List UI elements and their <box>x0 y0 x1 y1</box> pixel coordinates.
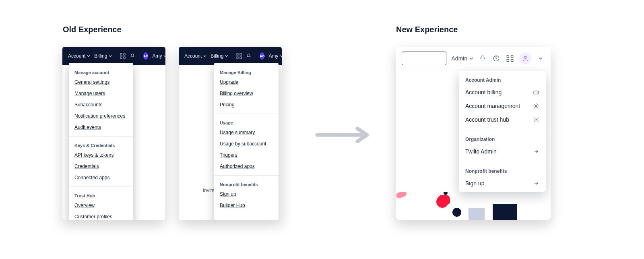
dropdown-section-title: Keys & Credentials <box>69 140 133 149</box>
user-menu[interactable]: Amy <box>268 53 282 59</box>
avatar[interactable]: AO <box>260 52 264 60</box>
menu-item[interactable]: Overview <box>69 200 133 211</box>
section-title-old: Old Experience <box>63 25 122 34</box>
menu-item-account-trust-hub[interactable]: Account trust hub <box>459 113 546 126</box>
menu-item[interactable]: Credentials <box>69 161 133 172</box>
dropdown-section-title: Manage account <box>69 67 133 77</box>
menu-item[interactable]: General settings <box>69 77 133 88</box>
nav-billing-label: Billing <box>94 53 107 59</box>
menu-item[interactable]: Connected apps <box>69 172 133 183</box>
svg-rect-5 <box>240 54 242 55</box>
svg-point-10 <box>496 60 497 60</box>
svg-rect-14 <box>511 59 513 61</box>
bell-icon[interactable] <box>478 54 487 63</box>
chevron-down-icon <box>280 54 282 58</box>
menu-item-sign-up[interactable]: Sign up <box>459 176 546 190</box>
section-title-new: New Experience <box>396 25 458 34</box>
divider <box>459 161 546 161</box>
menu-item-label: Sign up <box>465 180 484 186</box>
new-topbar: Admin <box>396 47 551 70</box>
svg-rect-7 <box>240 57 242 58</box>
nav-billing[interactable]: Billing <box>94 53 112 59</box>
menu-item-twilio-admin[interactable]: Twilio Admin <box>459 145 546 158</box>
svg-point-17 <box>537 92 538 93</box>
menu-item-label: Account management <box>465 103 520 109</box>
dropdown-section-title: Manage Billing <box>214 67 279 77</box>
gear-icon <box>533 103 539 109</box>
menu-item-label: Twilio Admin <box>465 148 497 155</box>
menu-item[interactable]: Upgrade <box>214 77 279 88</box>
menu-item[interactable]: Audit events <box>69 122 133 133</box>
help-icon[interactable] <box>492 54 501 63</box>
user-menu[interactable]: Amy <box>152 53 165 59</box>
chevron-down-icon <box>225 54 228 58</box>
menu-item[interactable]: Customer profiles <box>69 211 133 220</box>
nav-account[interactable]: Account <box>184 53 206 59</box>
menu-item[interactable]: Billing overview <box>214 88 279 99</box>
nav-admin[interactable]: Admin <box>451 55 473 62</box>
svg-rect-4 <box>237 54 238 55</box>
divider <box>459 129 546 129</box>
dropdown-section-title: Nonprofit benefits <box>214 179 279 189</box>
avatar[interactable]: AO <box>143 52 148 60</box>
decorative-illustration <box>396 192 551 220</box>
divider <box>214 175 279 176</box>
dropdown-section-title: Nonprofit benefits <box>459 164 546 176</box>
svg-rect-6 <box>237 57 238 58</box>
svg-rect-11 <box>507 55 509 57</box>
new-panel: Admin Account Admin Account billing Acco… <box>396 47 551 220</box>
nav-billing[interactable]: Billing <box>211 53 228 59</box>
user-avatar-button[interactable] <box>519 52 531 64</box>
apps-grid-icon[interactable] <box>506 54 514 63</box>
nav-admin-label: Admin <box>451 55 467 62</box>
menu-item[interactable]: Usage summary <box>214 127 279 138</box>
menu-item-account-billing[interactable]: Account billing <box>459 85 546 99</box>
menu-item-account-management[interactable]: Account management <box>459 99 546 113</box>
svg-rect-3 <box>124 57 125 58</box>
menu-item-label: Account trust hub <box>465 116 509 123</box>
apps-grid-icon[interactable] <box>236 52 242 60</box>
menu-item[interactable]: API keys & tokens <box>69 149 133 161</box>
old-panel-billing: Account Billing AO Amy Invite Manage Bil… <box>179 47 282 220</box>
svg-rect-12 <box>511 55 513 57</box>
menu-item[interactable]: Builder Hub <box>214 200 279 211</box>
billing-dropdown: Manage Billing Upgrade Billing overview … <box>214 63 279 220</box>
user-name: Amy <box>268 53 278 59</box>
chevron-down-icon <box>163 54 165 58</box>
dropdown-section-title: Organization <box>459 132 546 145</box>
menu-item[interactable]: Triggers <box>214 149 279 161</box>
arrow-right-icon <box>533 180 539 186</box>
menu-item[interactable]: Notification preferences <box>69 110 133 122</box>
menu-item[interactable]: Subaccounts <box>69 99 133 110</box>
chevron-down-icon <box>203 54 206 58</box>
menu-item[interactable]: Pricing <box>214 99 279 110</box>
billing-icon <box>533 89 539 95</box>
menu-item[interactable]: Usage by subaccount <box>214 138 279 149</box>
svg-rect-1 <box>124 54 125 55</box>
divider <box>214 114 279 114</box>
divider <box>69 136 133 137</box>
chevron-down-icon <box>469 56 473 60</box>
apps-grid-icon[interactable] <box>120 52 126 60</box>
arrow-right-icon <box>533 148 539 155</box>
search-input[interactable] <box>402 52 446 65</box>
svg-rect-2 <box>120 57 122 58</box>
bell-icon[interactable] <box>246 52 252 60</box>
menu-item[interactable]: Authorized apps <box>214 161 279 172</box>
bell-icon[interactable] <box>130 52 135 60</box>
chevron-down-icon[interactable] <box>536 54 545 63</box>
background-text-invite: Invite <box>203 188 215 193</box>
nav-account[interactable]: Account <box>68 53 90 59</box>
user-name: Amy <box>152 53 162 59</box>
nav-billing-label: Billing <box>211 53 223 59</box>
menu-item[interactable]: Manage users <box>69 88 133 99</box>
menu-item-label: Account billing <box>465 89 502 95</box>
chevron-down-icon <box>109 54 112 58</box>
svg-rect-13 <box>507 59 509 61</box>
svg-point-18 <box>535 105 537 107</box>
old-panel-account: Account Billing AO Amy ↑ ↓ Manage accoun… <box>62 47 165 220</box>
arrow-right-icon <box>314 127 370 145</box>
dropdown-section-title: Trust Hub <box>69 190 133 200</box>
account-dropdown: Manage account General settings Manage u… <box>69 63 133 220</box>
menu-item[interactable]: Sign up <box>214 189 279 200</box>
